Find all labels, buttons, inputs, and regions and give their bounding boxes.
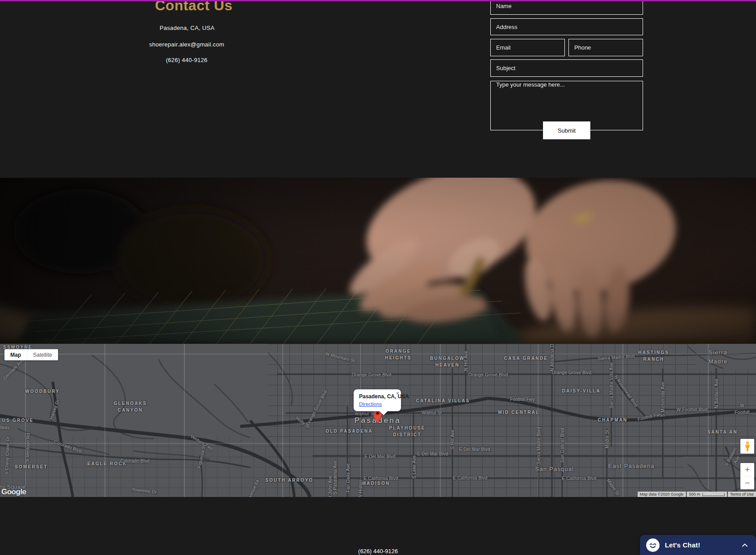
zoom-control: + − xyxy=(740,463,754,489)
pegman-button[interactable] xyxy=(740,439,754,454)
google-logo[interactable]: Google xyxy=(1,488,26,497)
page: Contact Us Pasadena, CA, USA shoerepair.… xyxy=(0,0,756,555)
chat-smiley-icon xyxy=(646,538,660,552)
contact-phone: (626) 440-9126 xyxy=(166,57,207,63)
info-window-title: Pasadena, CA, USA xyxy=(359,393,396,400)
email-input[interactable] xyxy=(490,39,565,56)
map-section: SSMOYNEWOODBURYGLENOAKS CANYONUS GROVESO… xyxy=(0,344,756,497)
directions-link[interactable]: Directions xyxy=(359,401,382,407)
close-icon[interactable]: × xyxy=(396,390,399,396)
phone-input[interactable] xyxy=(568,39,643,56)
craftsman-photo-art xyxy=(0,178,756,344)
satellite-view-button[interactable]: Satellite xyxy=(27,349,58,360)
craftsman-photo xyxy=(0,178,756,344)
contact-email: shoerepair.alex@gmail.com xyxy=(149,41,224,48)
page-title: Contact Us xyxy=(155,0,233,14)
terms-link[interactable]: Terms of Use xyxy=(728,492,756,497)
chat-label: Let's Chat! xyxy=(665,541,700,549)
name-input[interactable] xyxy=(490,0,643,15)
subject-input[interactable] xyxy=(490,59,643,77)
map-attribution-bar: Map data ©2020 Google 500 m Terms of Use xyxy=(638,492,756,497)
chat-widget[interactable]: Let's Chat! xyxy=(640,535,756,555)
map-info-window: Pasadena, CA, USA Directions × xyxy=(354,389,401,411)
map-scale-label: 500 m xyxy=(689,492,700,497)
contact-address: Pasadena, CA, USA xyxy=(160,25,215,31)
chevron-up-icon xyxy=(742,543,748,547)
address-input[interactable] xyxy=(490,18,643,35)
map-view-button[interactable]: Map xyxy=(4,349,27,360)
zoom-in-button[interactable]: + xyxy=(740,463,754,476)
accent-line xyxy=(0,0,756,1)
pegman-icon xyxy=(743,441,752,452)
zoom-out-button[interactable]: − xyxy=(740,476,754,489)
contact-form: Submit xyxy=(490,0,643,147)
map-type-control: Map Satellite xyxy=(4,349,58,360)
contact-section: Contact Us Pasadena, CA, USA shoerepair.… xyxy=(0,0,756,178)
submit-button[interactable]: Submit xyxy=(543,121,590,139)
map-scale: 500 m xyxy=(687,492,727,497)
map-attribution: Map data ©2020 Google xyxy=(638,492,686,497)
map-scale-bar xyxy=(702,493,725,496)
